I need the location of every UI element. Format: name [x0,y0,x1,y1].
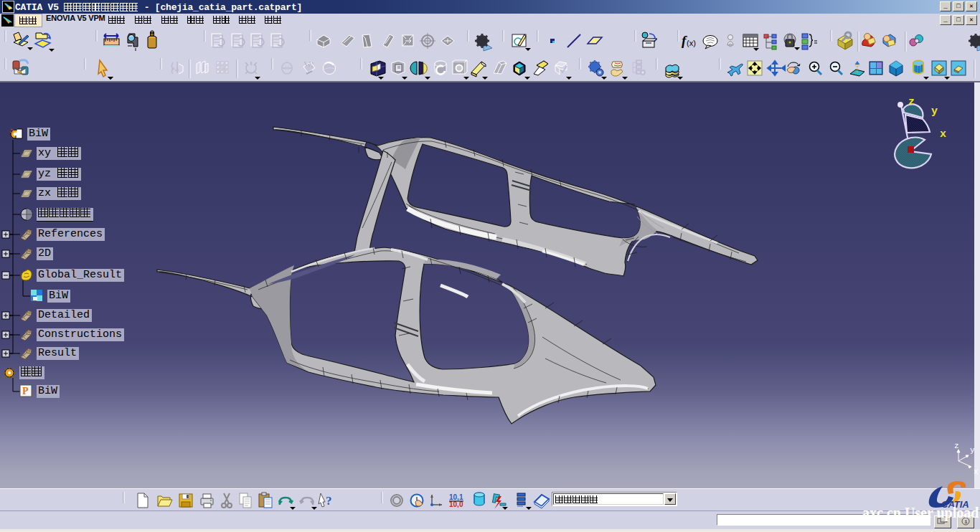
svg-text:y: y [931,105,938,118]
svg-text:P: P [22,386,29,396]
svg-text:(x): (x) [687,39,696,47]
svg-text:z: z [908,99,915,108]
svg-text:y: y [970,446,975,455]
svg-text:x: x [940,128,946,141]
svg-text:?: ? [326,494,332,508]
svg-text:z: z [954,442,959,450]
svg-text:x: x [974,467,979,476]
svg-text:10,0: 10,0 [449,500,463,508]
